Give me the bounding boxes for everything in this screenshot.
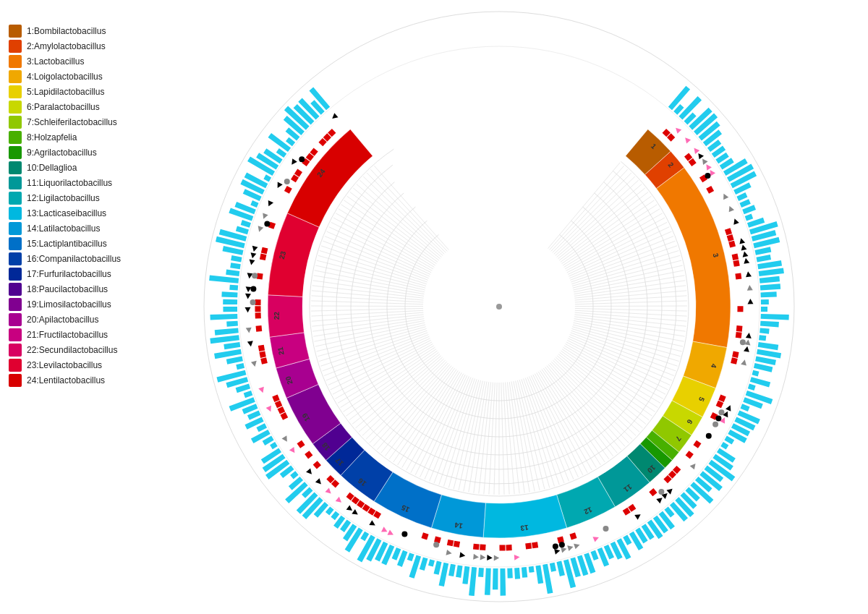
svg-line-104 [439, 378, 475, 485]
svg-point-253 [559, 542, 565, 547]
legend-swatch-4 [9, 70, 22, 83]
svg-line-150 [311, 306, 423, 307]
svg-line-167 [331, 222, 432, 273]
legend-label-7: 7:Schleiferilactobacillus [27, 117, 117, 127]
svg-line-77 [529, 376, 574, 479]
svg-line-127 [346, 351, 437, 416]
legend-swatch-24 [9, 374, 22, 387]
svg-line-140 [318, 327, 425, 357]
svg-line-5 [553, 173, 631, 252]
svg-line-37 [575, 312, 687, 321]
legend-item-4: 4:Loigolactobacillus [9, 70, 143, 83]
svg-marker-284 [346, 505, 354, 513]
svg-line-8 [557, 184, 642, 257]
legend-item-18: 18:Paucilactobacillus [9, 283, 143, 296]
legend-label-23: 23:Levilactobacillus [27, 360, 102, 370]
svg-marker-315 [245, 294, 251, 299]
svg-rect-257 [525, 543, 532, 550]
legend-item-22: 22:Secundilactobacillus [9, 344, 143, 357]
svg-marker-218 [744, 346, 750, 352]
legend-item-6: 6:Paralactobacillus [9, 101, 143, 114]
svg-line-22 [571, 246, 677, 282]
svg-rect-305 [259, 351, 265, 357]
svg-line-95 [484, 383, 493, 494]
svg-rect-310 [255, 312, 261, 318]
svg-marker-221 [741, 359, 747, 365]
svg-marker-300 [266, 406, 273, 413]
svg-marker-336 [289, 158, 297, 166]
svg-line-178 [363, 176, 444, 254]
svg-point-274 [401, 531, 407, 537]
svg-marker-266 [473, 554, 479, 560]
legend-label-14: 14:Latilactobacillus [27, 223, 100, 234]
svg-rect-214 [736, 332, 742, 338]
svg-marker-344 [331, 113, 339, 121]
svg-line-107 [425, 376, 469, 479]
svg-marker-276 [381, 526, 388, 534]
svg-marker-247 [592, 534, 600, 542]
svg-rect-206 [733, 260, 739, 267]
svg-line-82 [519, 380, 550, 487]
legend-label-20: 20:Apilactobacillus [27, 315, 98, 325]
svg-marker-330 [266, 200, 273, 208]
svg-marker-224 [726, 404, 733, 412]
svg-marker-302 [258, 387, 265, 394]
legend-label-10: 10:Dellaglioa [27, 163, 77, 173]
svg-marker-249 [574, 542, 581, 549]
svg-rect-208 [735, 273, 741, 280]
svg-marker-262 [487, 555, 493, 560]
svg-point-272 [433, 542, 439, 547]
svg-line-91 [501, 383, 504, 495]
legend-item-19: 19:Limosilactobacillus [9, 298, 143, 311]
legend-swatch-22 [9, 344, 22, 357]
legend-item-8: 8:Holzapfelia [9, 131, 143, 144]
svg-line-94 [489, 383, 495, 495]
legend-swatch-17 [9, 268, 22, 281]
svg-marker-234 [690, 461, 698, 469]
svg-rect-293 [305, 451, 312, 459]
legend-swatch-3 [9, 55, 22, 68]
legend-items: 1:Bombilactobacillus2:Amylolactobacillus… [9, 25, 143, 387]
svg-marker-210 [746, 285, 753, 291]
svg-line-52 [566, 342, 665, 394]
svg-rect-220 [731, 357, 738, 364]
svg-rect-241 [649, 488, 657, 496]
legend-label-1: 1:Bombilactobacillus [27, 26, 106, 36]
legend-item-24: 24:Lentilactobacillus [9, 374, 143, 387]
svg-rect-265 [473, 544, 480, 550]
legend-swatch-9 [9, 146, 22, 159]
svg-rect-200 [727, 234, 734, 242]
svg-line-4 [551, 169, 628, 251]
legend-item-21: 21:Fructilactobacillus [9, 328, 143, 341]
svg-line-149 [311, 308, 423, 311]
svg-point-217 [740, 339, 746, 345]
svg-rect-297 [280, 412, 288, 420]
svg-text:22: 22 [273, 311, 281, 320]
svg-line-109 [415, 375, 465, 475]
svg-rect-269 [447, 540, 454, 546]
svg-rect-311 [255, 306, 260, 312]
svg-marker-325 [251, 246, 258, 252]
svg-line-153 [312, 291, 423, 300]
legend-label-9: 9:Agrilactobacillus [27, 148, 97, 158]
legend-label-2: 2:Amylolactobacillus [27, 41, 106, 51]
svg-marker-267 [459, 552, 466, 558]
legend-swatch-19 [9, 298, 22, 311]
svg-line-75 [533, 375, 583, 475]
svg-marker-184 [673, 126, 681, 134]
legend-swatch-11 [9, 176, 22, 189]
svg-rect-306 [258, 345, 265, 351]
svg-rect-259 [506, 545, 511, 550]
legend-item-23: 23:Levilactobacillus [9, 359, 143, 372]
legend-label-4: 4:Loigolactobacillus [27, 72, 103, 82]
svg-marker-189 [696, 152, 704, 160]
legend-item-20: 20:Apilactobacillus [9, 313, 143, 326]
svg-line-64 [551, 362, 629, 443]
legend-swatch-18 [9, 283, 22, 296]
svg-line-168 [333, 218, 433, 270]
svg-line-36 [575, 310, 687, 316]
svg-line-54 [564, 346, 660, 404]
svg-rect-299 [275, 401, 283, 409]
legend-label-22: 22:Secundilactobacillus [27, 345, 117, 355]
svg-line-121 [366, 360, 446, 439]
